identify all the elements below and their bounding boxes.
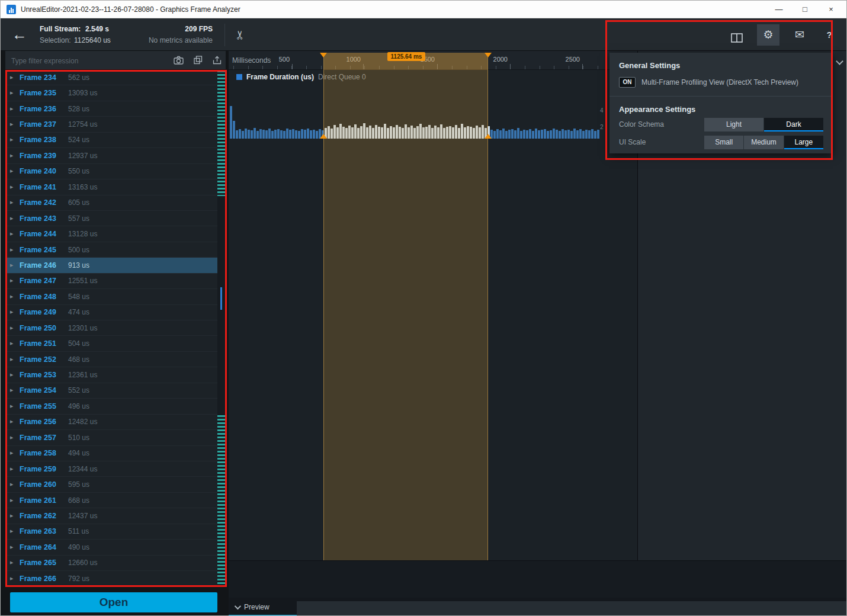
expand-arrow-icon[interactable]: ▶ [10, 216, 20, 221]
frame-row[interactable]: ▶Frame 266792 us [5, 571, 217, 586]
settings-gear-icon[interactable]: ⚙ [757, 24, 779, 46]
frame-row[interactable]: ▶Frame 24712551 us [5, 274, 217, 289]
expand-arrow-icon[interactable]: ▶ [10, 232, 20, 236]
frame-row[interactable]: ▶Frame 26512660 us [5, 556, 217, 571]
expand-arrow-icon[interactable]: ▶ [10, 451, 20, 455]
maximize-button[interactable]: □ [792, 1, 818, 18]
expand-arrow-icon[interactable]: ▶ [10, 419, 20, 424]
expand-arrow-icon[interactable]: ▶ [10, 326, 20, 331]
frame-duration: 12361 us [68, 371, 97, 379]
expand-arrow-icon[interactable]: ▶ [10, 545, 20, 550]
expand-arrow-icon[interactable]: ▶ [10, 373, 20, 377]
frame-row[interactable]: ▶Frame 24413128 us [5, 226, 217, 242]
expand-arrow-icon[interactable]: ▶ [10, 310, 20, 315]
frame-row[interactable]: ▶Frame 25912344 us [5, 461, 217, 477]
expand-arrow-icon[interactable]: ▶ [10, 498, 20, 503]
timeline-selection[interactable] [323, 53, 488, 560]
frame-row[interactable]: ▶Frame 238524 us [5, 133, 217, 148]
frame-row[interactable]: ▶Frame 25012301 us [5, 320, 217, 336]
selection-duration-badge[interactable]: 1125.64 ms [387, 52, 425, 61]
frame-row[interactable]: ▶Frame 245500 us [5, 242, 217, 258]
help-icon[interactable]: ? [820, 24, 838, 46]
expand-arrow-icon[interactable]: ▶ [10, 107, 20, 111]
frame-row[interactable]: ▶Frame 242605 us [5, 195, 217, 211]
expand-arrow-icon[interactable]: ▶ [10, 482, 20, 487]
expand-arrow-icon[interactable]: ▶ [10, 529, 20, 534]
expand-arrow-icon[interactable]: ▶ [10, 248, 20, 252]
expand-arrow-icon[interactable]: ▶ [10, 404, 20, 409]
close-button[interactable]: × [818, 1, 844, 18]
toolbar-divider [224, 24, 225, 46]
frame-row[interactable]: ▶Frame 251504 us [5, 336, 217, 351]
frame-row[interactable]: ▶Frame 23912937 us [5, 148, 217, 163]
frame-duration: 504 us [68, 339, 89, 348]
collapse-panel-chevron-icon[interactable] [833, 56, 845, 66]
expand-arrow-icon[interactable]: ▶ [10, 169, 20, 174]
selection-handle-left-bottom[interactable] [320, 134, 327, 139]
frame-row[interactable]: ▶Frame 234562 us [5, 70, 217, 85]
minimize-button[interactable]: — [766, 1, 792, 18]
expand-arrow-icon[interactable]: ▶ [10, 435, 20, 440]
expand-arrow-icon[interactable]: ▶ [10, 185, 20, 190]
selection-handle-right[interactable] [485, 53, 492, 57]
scrollbar-thumb[interactable] [220, 287, 222, 310]
expand-arrow-icon[interactable]: ▶ [10, 122, 20, 127]
selection-handle-left[interactable] [320, 53, 327, 57]
expand-arrow-icon[interactable]: ▶ [10, 137, 20, 142]
capture-icon[interactable] [174, 56, 184, 65]
frame-duration-minimap[interactable] [217, 70, 226, 587]
color-schema-dark-button[interactable]: Dark [764, 118, 823, 131]
export-icon[interactable] [213, 56, 222, 65]
frame-row[interactable]: ▶Frame 249474 us [5, 305, 217, 320]
filter-input[interactable] [10, 54, 137, 68]
ui-scale-medium-button[interactable]: Medium [744, 136, 783, 149]
expand-arrow-icon[interactable]: ▶ [10, 576, 20, 581]
expand-arrow-icon[interactable]: ▶ [10, 263, 20, 268]
frame-row[interactable]: ▶Frame 258494 us [5, 446, 217, 461]
frame-row[interactable]: ▶Frame 25312361 us [5, 367, 217, 383]
expand-arrow-icon[interactable]: ▶ [10, 467, 20, 471]
frame-row[interactable]: ▶Frame 23513093 us [5, 85, 217, 101]
feedback-mail-icon[interactable]: ✉ [788, 24, 811, 46]
color-schema-light-button[interactable]: Light [704, 118, 763, 131]
frame-row[interactable]: ▶Frame 257510 us [5, 430, 217, 445]
frame-row[interactable]: ▶Frame 255496 us [5, 399, 217, 414]
frame-row[interactable]: ▶Frame 23712754 us [5, 117, 217, 132]
panel-layout-icon[interactable] [726, 24, 748, 46]
frame-row[interactable]: ▶Frame 261668 us [5, 493, 217, 508]
expand-arrow-icon[interactable]: ▶ [10, 388, 20, 393]
frame-row[interactable]: ▶Frame 25612482 us [5, 415, 217, 430]
open-button[interactable]: Open [10, 592, 217, 612]
ui-scale-large-button[interactable]: Large [784, 136, 823, 149]
expand-arrow-icon[interactable]: ▶ [10, 153, 20, 158]
frame-row[interactable]: ▶Frame 24113163 us [5, 179, 217, 195]
frame-row[interactable]: ▶Frame 254552 us [5, 383, 217, 399]
expand-arrow-icon[interactable]: ▶ [10, 514, 20, 518]
frame-row[interactable]: ▶Frame 26212437 us [5, 508, 217, 524]
expand-arrow-icon[interactable]: ▶ [10, 200, 20, 205]
expand-arrow-icon[interactable]: ▶ [10, 560, 20, 565]
multiframe-toggle[interactable]: ON [619, 77, 636, 88]
expand-arrow-icon[interactable]: ▶ [10, 91, 20, 95]
frame-row[interactable]: ▶Frame 236528 us [5, 101, 217, 117]
expand-arrow-icon[interactable]: ▶ [10, 278, 20, 283]
frame-row[interactable]: ▶Frame 252468 us [5, 352, 217, 367]
back-button[interactable]: ← [9, 23, 30, 46]
copy-icon[interactable] [194, 56, 203, 65]
frame-row[interactable]: ▶Frame 248548 us [5, 289, 217, 304]
expand-arrow-icon[interactable]: ▶ [10, 294, 20, 299]
tab-preview[interactable]: Preview [229, 598, 297, 616]
expand-arrow-icon[interactable]: ▶ [10, 357, 20, 362]
frame-row[interactable]: ▶Frame 243557 us [5, 211, 217, 226]
expand-arrow-icon[interactable]: ▶ [10, 341, 20, 346]
duration-bar [265, 130, 268, 139]
frame-row[interactable]: ▶Frame 264490 us [5, 540, 217, 555]
selection-handle-right-bottom[interactable] [485, 134, 492, 139]
ui-scale-small-button[interactable]: Small [704, 136, 743, 149]
trim-scissors-button[interactable]: ✂ [230, 25, 249, 45]
frame-row[interactable]: ▶Frame 260595 us [5, 477, 217, 492]
expand-arrow-icon[interactable]: ▶ [10, 75, 20, 80]
frame-row[interactable]: ▶Frame 263511 us [5, 524, 217, 540]
frame-row[interactable]: ▶Frame 246913 us [5, 258, 217, 273]
frame-row[interactable]: ▶Frame 240550 us [5, 164, 217, 179]
